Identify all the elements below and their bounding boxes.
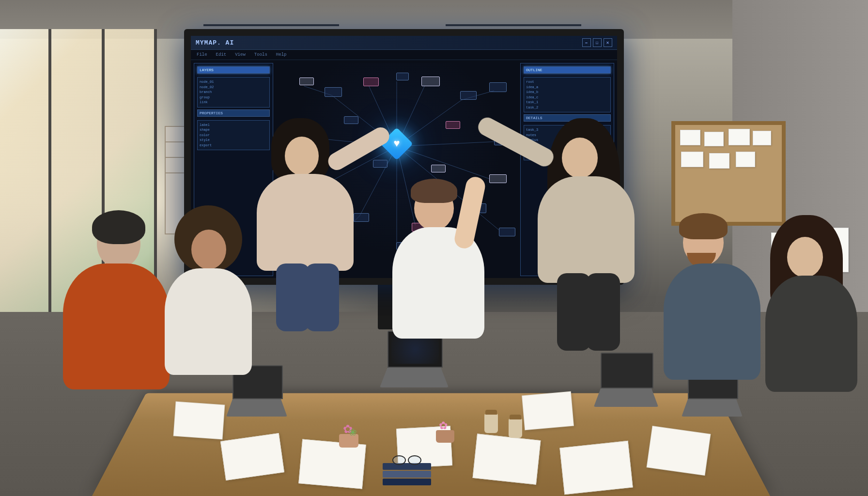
panel-block: node_01 node_02 branch group link [197, 77, 270, 108]
map-node[interactable] [489, 174, 507, 183]
panel-line[interactable]: priority [526, 153, 608, 158]
menu-item[interactable]: File [197, 52, 207, 57]
mindmap-canvas[interactable]: ♥ [276, 63, 517, 276]
minimize-icon[interactable]: – [582, 38, 591, 47]
map-node[interactable] [460, 91, 477, 100]
maximize-icon[interactable]: ☐ [593, 38, 602, 47]
map-node[interactable] [412, 223, 429, 232]
panel-header[interactable]: OUTLINE [524, 66, 611, 74]
corkboard [671, 121, 786, 226]
paper-diagram [522, 391, 574, 431]
panel-header[interactable]: PROPERTIES [197, 109, 270, 117]
wall-paper [771, 232, 805, 275]
app-titlebar: MYMAP. AI – ☐ ✕ [191, 36, 617, 50]
pinned-note [728, 129, 750, 145]
map-node[interactable] [373, 160, 388, 168]
map-node[interactable] [325, 242, 340, 251]
plant-icon: ✿ [436, 430, 454, 443]
panel-line[interactable]: node_01 [200, 79, 267, 85]
map-node[interactable] [344, 116, 358, 124]
panel-header[interactable]: LAYERS [197, 66, 270, 74]
panel-line[interactable]: export [200, 143, 267, 148]
paper-diagram [473, 434, 541, 484]
map-node[interactable] [295, 131, 312, 140]
panel-line[interactable]: shape [200, 127, 267, 133]
plant-icon: ✿ ❀ [339, 434, 358, 448]
window-mullion [102, 29, 105, 339]
map-node[interactable] [470, 203, 486, 213]
right-panel: OUTLINE root idea_a idea_b idea_c task_1… [520, 63, 614, 276]
paper-diagram [647, 426, 711, 476]
panel-line[interactable]: group [200, 95, 267, 100]
panel-line[interactable]: task_1 [526, 100, 608, 105]
pinned-note [709, 153, 729, 169]
book-stack [383, 463, 431, 486]
pinned-note [680, 130, 700, 145]
menu-item[interactable]: Help [276, 52, 287, 57]
panel-block: label shape color style export [197, 120, 270, 151]
map-node[interactable] [446, 121, 460, 129]
panel-line[interactable]: node_02 [200, 85, 267, 90]
paper-diagram [173, 402, 225, 440]
panel-header[interactable]: DETAILS [524, 114, 611, 122]
panel-line[interactable]: idea_b [526, 90, 608, 95]
panel-line[interactable]: link [200, 100, 267, 105]
panel-line[interactable]: date [526, 148, 608, 153]
paper-diagram [220, 433, 284, 480]
wall-paper [814, 228, 849, 272]
panel-line[interactable]: branch [200, 90, 267, 95]
map-node[interactable] [325, 87, 342, 97]
map-node[interactable] [396, 73, 409, 80]
map-node[interactable] [396, 242, 409, 250]
pendant-light-icon [446, 24, 581, 26]
panel-block: task_3 notes status owner date priority [524, 125, 611, 160]
panel-line[interactable]: owner [526, 143, 608, 148]
panel-line[interactable]: idea_c [526, 95, 608, 100]
menu-item[interactable]: Edit [216, 52, 227, 57]
panel-line[interactable]: task_3 [526, 127, 608, 133]
laptop-icon [688, 365, 738, 423]
panel-line[interactable]: status [526, 138, 608, 143]
app-menubar: File Edit View Tools Help [191, 50, 617, 60]
coffee-cup-icon [509, 418, 522, 438]
window-wall [0, 29, 155, 339]
panel-line[interactable]: notes [526, 133, 608, 138]
pendant-light-icon [203, 24, 339, 26]
panel-line[interactable]: style [200, 138, 267, 143]
map-node[interactable] [363, 78, 379, 86]
map-node[interactable] [354, 213, 369, 222]
pinned-note [736, 152, 755, 167]
pinned-note [681, 152, 703, 167]
laptop-icon [388, 331, 443, 394]
pinned-note [704, 132, 724, 146]
map-node[interactable] [310, 184, 327, 194]
panel-line[interactable]: color [200, 133, 267, 138]
laptop-icon [232, 365, 283, 423]
window-mullion [154, 29, 157, 339]
coffee-cup-icon [484, 414, 498, 433]
wall-display: MYMAP. AI – ☐ ✕ File Edit View Tools Hel… [184, 29, 624, 285]
map-node[interactable] [421, 77, 440, 86]
map-node[interactable] [286, 213, 301, 222]
panel-line[interactable]: label [200, 123, 267, 128]
eyeglasses-icon [392, 455, 421, 464]
panel-line[interactable]: idea_a [526, 85, 608, 90]
map-node[interactable] [494, 136, 512, 145]
menu-item[interactable]: View [235, 52, 246, 57]
window-mullion [48, 29, 51, 339]
heart-icon: ♥ [393, 137, 400, 150]
left-panel: LAYERS node_01 node_02 branch group link… [194, 63, 273, 276]
map-node[interactable] [489, 82, 507, 92]
close-icon[interactable]: ✕ [604, 38, 612, 47]
menu-item[interactable]: Tools [254, 52, 267, 57]
panel-line[interactable]: task_2 [526, 105, 608, 110]
paper-diagram [559, 441, 633, 495]
panel-block: root idea_a idea_b idea_c task_1 task_2 [524, 77, 611, 112]
map-node[interactable] [499, 228, 515, 236]
map-node[interactable] [431, 165, 446, 172]
meeting-scene: MYMAP. AI – ☐ ✕ File Edit View Tools Hel… [0, 0, 868, 496]
laptop-icon [601, 353, 653, 414]
panel-line[interactable]: root [526, 79, 608, 85]
app-title: MYMAP. AI [196, 39, 234, 46]
map-node[interactable] [299, 78, 314, 85]
